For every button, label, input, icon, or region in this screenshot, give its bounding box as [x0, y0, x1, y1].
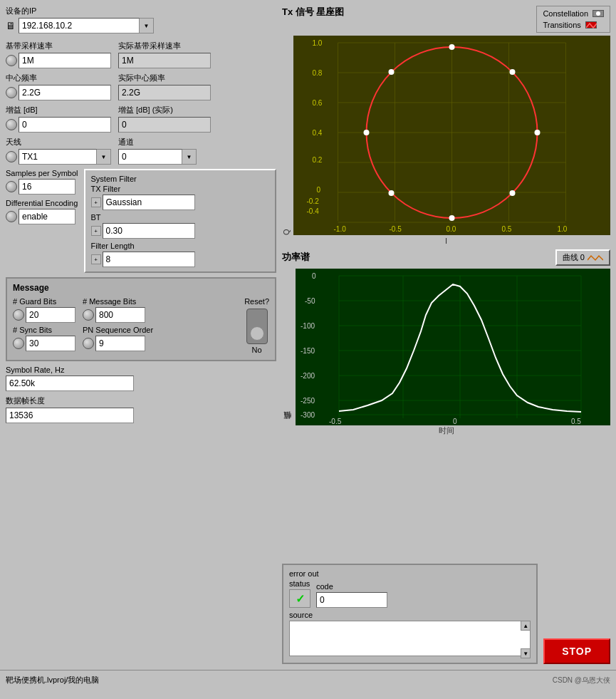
error-status-icon: ✓: [289, 589, 310, 608]
baseband-rate-input[interactable]: [19, 53, 111, 68]
gain-label: 增益 [dB]: [6, 105, 111, 115]
ip-dropdown-btn[interactable]: ▼: [140, 18, 154, 33]
diff-encoding-knob[interactable]: [6, 211, 17, 222]
tx-filter-label: TX Filter: [91, 185, 270, 193]
sync-bits-input[interactable]: [26, 336, 75, 351]
bottom-path: 靶场便携机.lvproj/我的电脑: [6, 675, 99, 685]
guard-bits-input[interactable]: [26, 307, 75, 323]
scroll-down-btn[interactable]: ▼: [521, 648, 531, 658]
baseband-rate-label: 基带采样速率: [6, 41, 111, 51]
diff-encoding-input[interactable]: [19, 209, 75, 224]
channel-dropdown-btn[interactable]: ▼: [182, 149, 197, 165]
spectrum-y-label: 幅值: [282, 269, 293, 425]
watermark: CSDN @乌恩大侠: [553, 675, 610, 685]
pn-order-input[interactable]: [95, 336, 145, 351]
svg-point-32: [389, 69, 395, 75]
scroll-up-btn[interactable]: ▲: [521, 621, 531, 631]
reset-value: No: [252, 346, 262, 354]
bt-input[interactable]: [103, 223, 195, 239]
spectrum-x-label: 时间: [282, 425, 610, 436]
curve-wave-icon: [588, 253, 603, 263]
baseband-row: 基带采样速率 实际基带采样速率: [6, 41, 276, 68]
filter-length-label: Filter Length: [91, 242, 270, 250]
sync-bits-knob[interactable]: [13, 338, 24, 349]
channel-input[interactable]: [118, 149, 182, 165]
center-freq-input[interactable]: [19, 85, 111, 100]
svg-text:0: 0: [312, 272, 316, 280]
q-axis-label: Q: [282, 36, 291, 235]
gain-row: 增益 [dB] 增益 [dB] (实际): [6, 105, 276, 133]
svg-text:0.2: 0.2: [313, 156, 323, 164]
antenna-channel-row: 天线 ▼ 通道 ▼: [6, 137, 276, 165]
legend-area: Constellation Transitions: [536, 6, 610, 33]
svg-text:0.8: 0.8: [313, 69, 323, 77]
center-freq-label: 中心频率: [6, 73, 111, 83]
transitions-legend-icon: [585, 21, 597, 29]
filter-length-group: Filter Length +: [91, 242, 270, 267]
stop-label: STOP: [562, 646, 592, 657]
guard-bits-knob[interactable]: [13, 309, 24, 321]
samples-knob[interactable]: [6, 181, 17, 192]
tx-filter-input[interactable]: [103, 195, 195, 210]
bt-label: BT: [91, 213, 270, 222]
antenna-knob[interactable]: [6, 151, 17, 162]
reset-label: Reset?: [244, 297, 269, 306]
bt-group: BT +: [91, 213, 270, 239]
antenna-input[interactable]: [19, 149, 97, 165]
constellation-section: Tx 信号 星座图 Constellation Transitions: [282, 6, 610, 245]
bottom-bar: 靶场便携机.lvproj/我的电脑 CSDN @乌恩大侠: [0, 670, 616, 690]
baseband-rate-group: 基带采样速率: [6, 41, 111, 68]
svg-text:1.0: 1.0: [558, 225, 568, 233]
actual-center-freq-input: [118, 85, 211, 100]
error-section: error out status ✓ code source: [282, 564, 538, 664]
message-bits-input[interactable]: [95, 307, 145, 323]
source-scrollbar[interactable]: ▲ ▼: [521, 621, 531, 658]
reset-toggle[interactable]: [246, 309, 268, 344]
error-code-label: code: [316, 582, 387, 591]
reset-group: Reset? No: [244, 297, 269, 356]
actual-center-freq-label: 实际中心频率: [118, 73, 211, 83]
system-filter-title: System Filter: [91, 175, 270, 183]
tx-filter-group: TX Filter +: [91, 185, 270, 210]
filter-length-spin[interactable]: +: [91, 254, 101, 264]
gain-knob[interactable]: [6, 119, 17, 130]
constellation-legend-item: Constellation: [543, 9, 604, 18]
baseband-rate-knob[interactable]: [6, 55, 17, 66]
center-freq-row: 中心频率 实际中心频率: [6, 73, 276, 100]
center-freq-knob[interactable]: [6, 87, 17, 98]
toggle-knob: [250, 326, 264, 341]
error-source-label: source: [289, 611, 531, 619]
tx-filter-spin[interactable]: +: [91, 197, 101, 207]
data-frame-input[interactable]: [6, 408, 134, 423]
bt-spin[interactable]: +: [91, 226, 101, 236]
svg-text:-0.2: -0.2: [307, 197, 320, 205]
pn-order-label: PN Sequence Order: [83, 326, 153, 334]
sync-bits-label: # Sync Bits: [13, 326, 75, 334]
filter-length-input[interactable]: [103, 252, 195, 267]
error-code-group: code: [316, 582, 387, 608]
svg-point-29: [535, 130, 541, 135]
pn-order-knob[interactable]: [83, 338, 94, 349]
ip-input[interactable]: [19, 18, 140, 33]
symbol-rate-input[interactable]: [6, 376, 134, 391]
message-bits-knob[interactable]: [83, 309, 94, 321]
svg-point-28: [364, 130, 370, 135]
svg-text:-50: -50: [305, 297, 315, 305]
gain-input[interactable]: [19, 117, 111, 133]
svg-text:0.5: 0.5: [502, 225, 512, 233]
center-freq-group: 中心频率: [6, 73, 111, 100]
svg-text:0: 0: [453, 418, 457, 425]
actual-gain-input: [118, 117, 211, 133]
samples-per-symbol-input[interactable]: [19, 179, 75, 195]
samples-filter-row: Samples per Symbol Differential Encoding: [6, 169, 276, 273]
antenna-dropdown-btn[interactable]: ▼: [97, 149, 111, 165]
error-status-group: status ✓: [289, 579, 310, 608]
stop-button[interactable]: STOP: [543, 638, 610, 664]
actual-gain-group: 增益 [dB] (实际): [118, 105, 211, 133]
error-status-label: status: [289, 579, 310, 588]
error-source-textarea[interactable]: [289, 621, 531, 656]
actual-baseband-rate-input: [118, 53, 211, 68]
transitions-legend-item: Transitions: [543, 21, 604, 29]
antenna-group: 天线 ▼: [6, 137, 111, 165]
curve-button[interactable]: 曲线 0: [555, 249, 610, 266]
